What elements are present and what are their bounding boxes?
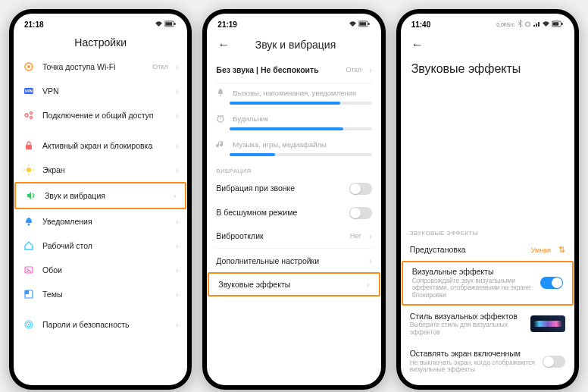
row-wallpaper[interactable]: Обои › — [14, 258, 187, 282]
row-label: VPN — [42, 86, 168, 96]
back-button[interactable]: ← — [214, 36, 233, 53]
svg-line-31 — [222, 115, 224, 116]
row-sublabel: Не выключать экран, когда отображаются в… — [410, 359, 535, 375]
effects-settings: Звуковые эффекты Предустановка Умная ⇅ В… — [401, 224, 574, 385]
row-label: Вибрация при звонке — [216, 183, 341, 193]
toggle[interactable] — [540, 277, 563, 289]
divider — [216, 248, 371, 249]
row-label: Активный экран и блокировка — [42, 141, 168, 151]
toggle[interactable] — [349, 183, 372, 195]
row-connection[interactable]: Подключение и общий доступ › — [14, 103, 187, 127]
page-title: Звуковые эффекты — [401, 59, 574, 224]
chevron-icon: › — [367, 280, 370, 289]
svg-rect-2 — [174, 23, 176, 25]
share-icon — [23, 109, 35, 121]
section-optimization: Оптимизация звука — [401, 380, 574, 385]
row-label: Звук и вибрация — [45, 191, 166, 201]
screen: 21:18 Настройки Точка доступа Wi-Fi Откл… — [14, 14, 187, 385]
svg-point-11 — [27, 168, 31, 172]
wifi-icon — [349, 20, 357, 29]
lock-icon — [23, 140, 35, 152]
svg-point-27 — [220, 95, 221, 96]
row-visual-effects[interactable]: Визуальные эффекты Сопровождайте звук ви… — [403, 262, 572, 304]
row-effect-style[interactable]: Стиль визуальных эффектов Выберите стиль… — [401, 306, 574, 343]
row-value: Умная — [531, 246, 551, 254]
svg-point-7 — [25, 114, 28, 117]
chevron-icon: › — [176, 62, 179, 71]
row-haptic[interactable]: Виброотклик Нет › — [207, 225, 380, 247]
updown-icon: ⇅ — [558, 245, 565, 255]
row-additional[interactable]: Дополнительные настройки › — [207, 250, 380, 272]
slider-media[interactable] — [230, 153, 371, 156]
battery-icon — [164, 20, 177, 29]
highlight-box: Звук и вибрация › — [14, 182, 186, 209]
row-label: Уведомления — [42, 217, 168, 227]
speaker-icon — [25, 190, 37, 202]
svg-rect-25 — [359, 22, 366, 25]
divider — [216, 83, 371, 83]
row-sublabel: Сопровождайте звук визуальными эффектами… — [412, 278, 533, 299]
row-label: Темы — [42, 290, 168, 299]
chevron-icon: › — [176, 320, 179, 329]
chevron-icon: › — [176, 141, 179, 150]
slider-alarm[interactable] — [230, 127, 371, 130]
style-preview — [530, 315, 565, 332]
volume-alarm: Будильник — [207, 111, 380, 124]
row-notifications[interactable]: Уведомления › — [14, 209, 187, 234]
slider-ringer[interactable] — [230, 102, 371, 105]
chevron-icon: › — [176, 265, 179, 274]
row-sound-effects[interactable]: Звуковые эффекты › — [209, 274, 378, 296]
vpn-icon: VPN — [23, 85, 35, 97]
row-value: Нет — [350, 232, 361, 240]
row-label: Подключение и общий доступ — [42, 111, 168, 121]
row-vibrate-ring[interactable]: Вибрация при звонке — [207, 177, 380, 201]
row-keep-screen-on[interactable]: Оставлять экран включенным Не выключать … — [401, 343, 574, 380]
svg-rect-20 — [25, 290, 29, 294]
back-button[interactable]: ← — [408, 36, 427, 53]
toggle[interactable] — [543, 356, 565, 368]
row-preset[interactable]: Предустановка Умная ⇅ — [401, 239, 574, 261]
row-security[interactable]: Пароли и безопасность › — [14, 312, 187, 337]
svg-point-32 — [525, 22, 530, 27]
time: 21:19 — [217, 20, 237, 29]
svg-rect-1 — [166, 22, 173, 25]
row-themes[interactable]: Темы › — [14, 282, 187, 306]
status-icons: 0,0КБ/с — [496, 20, 564, 29]
volume-ringer: Вызовы, напоминания, уведомления — [207, 85, 380, 99]
battery-icon — [358, 20, 371, 29]
toggle[interactable] — [349, 207, 372, 219]
sound-settings: Без звука | Не беспокоить Откл › Вызовы,… — [207, 59, 380, 385]
row-vibrate-silent[interactable]: В бесшумном режиме — [207, 201, 380, 225]
row-sublabel: Выберите стиль для визуальных эффектов — [410, 321, 523, 337]
row-label: Пароли и безопасность — [42, 320, 168, 330]
row-silent-dnd[interactable]: Без звука | Не беспокоить Откл › — [207, 59, 380, 81]
time: 11:40 — [411, 20, 431, 29]
svg-point-4 — [27, 65, 30, 68]
svg-point-8 — [30, 112, 33, 114]
row-label: Виброотклик — [216, 231, 342, 241]
row-display[interactable]: Экран › — [14, 158, 187, 182]
row-lockscreen[interactable]: Активный экран и блокировка › — [14, 133, 187, 158]
chevron-icon: › — [174, 191, 177, 200]
chevron-icon: › — [176, 290, 179, 299]
alarm-icon — [216, 114, 227, 124]
row-sound-vibration[interactable]: Звук и вибрация › — [16, 183, 185, 208]
row-vpn[interactable]: VPN VPN › — [14, 79, 187, 103]
status-icons — [155, 20, 177, 29]
chevron-icon: › — [176, 86, 179, 96]
status-icons — [349, 20, 371, 29]
page-title: Настройки — [21, 36, 180, 49]
status-bar: 21:18 — [14, 14, 187, 32]
row-label: Точка доступа Wi-Fi — [42, 62, 145, 72]
row-label: Без звука | Не беспокоить — [216, 65, 338, 75]
row-value: Откл — [346, 66, 361, 74]
image-icon — [23, 264, 35, 276]
settings-list: Точка доступа Wi-Fi Откл › VPN VPN › Под… — [14, 55, 187, 385]
row-label: Оставлять экран включенным — [410, 349, 535, 359]
chevron-icon: › — [369, 231, 372, 240]
row-home[interactable]: Рабочий стол › — [14, 234, 187, 258]
row-hotspot[interactable]: Точка доступа Wi-Fi Откл › — [14, 55, 187, 79]
chevron-icon: › — [176, 217, 179, 226]
highlight-box: Визуальные эффекты Сопровождайте звук ви… — [402, 261, 574, 306]
status-bar: 21:19 — [207, 14, 380, 32]
